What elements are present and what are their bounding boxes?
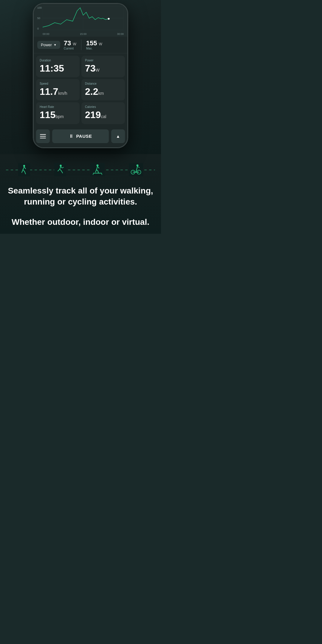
up-button[interactable]: ▲ bbox=[111, 129, 125, 143]
stat-label-duration: Duration bbox=[40, 59, 76, 62]
stat-value-power: 73W bbox=[85, 63, 121, 74]
svg-line-13 bbox=[24, 168, 25, 168]
bottom-bar: ⏸ PAUSE ▲ bbox=[34, 126, 127, 147]
stat-card-distance: Distance 2.2km bbox=[81, 79, 125, 100]
current-power-stat: 73 W Current bbox=[64, 40, 76, 50]
svg-line-20 bbox=[62, 167, 64, 168]
max-power-stat: 155 W Max. bbox=[86, 40, 102, 50]
running-icon bbox=[54, 163, 66, 176]
stat-label-heartrate: Heart Rate bbox=[40, 105, 76, 109]
chart-area: 100 50 0 00:0 bbox=[34, 4, 127, 37]
svg-line-8 bbox=[23, 167, 24, 170]
activities-section: Seamlessly track all of your walking, ru… bbox=[0, 154, 161, 234]
svg-line-16 bbox=[58, 169, 60, 171]
chart-x-labels: 00:00 15:00 30:00 bbox=[43, 32, 124, 35]
current-power-label: Current bbox=[64, 47, 76, 50]
stat-value-distance: 2.2km bbox=[85, 86, 121, 97]
menu-button[interactable] bbox=[36, 129, 50, 143]
stat-card-calories: Calories 219cal bbox=[81, 102, 125, 124]
chart-x-label-end: 30:00 bbox=[117, 32, 124, 35]
chart-x-label-mid: 15:00 bbox=[80, 32, 87, 35]
stat-value-calories: 219cal bbox=[85, 110, 121, 120]
cycling-icon bbox=[129, 163, 143, 176]
menu-line-3 bbox=[40, 138, 46, 138]
svg-line-23 bbox=[95, 170, 96, 172]
pause-button[interactable]: ⏸ PAUSE bbox=[52, 129, 109, 143]
headline-text: Seamlessly track all of your walking, ru… bbox=[6, 185, 155, 208]
svg-line-18 bbox=[61, 171, 63, 173]
max-power-value: 155 W bbox=[86, 40, 102, 47]
up-arrow-icon: ▲ bbox=[116, 134, 120, 139]
power-selector-label: Power bbox=[41, 43, 52, 47]
sub-headline-text: Whether outdoor, indoor or virtual. bbox=[6, 216, 155, 228]
svg-line-15 bbox=[60, 166, 61, 169]
menu-line-2 bbox=[40, 136, 46, 137]
stat-label-power: Power bbox=[85, 59, 121, 62]
stat-label-calories: Calories bbox=[85, 105, 121, 109]
stat-value-duration: 11:35 bbox=[40, 63, 76, 74]
chart-x-label-start: 00:00 bbox=[43, 32, 49, 35]
stat-value-speed: 11.7km/h bbox=[40, 86, 76, 97]
stat-card-speed: Speed 11.7km/h bbox=[36, 79, 80, 100]
max-power-label: Max. bbox=[86, 47, 102, 50]
power-stat-divider bbox=[81, 40, 81, 50]
svg-point-6 bbox=[108, 18, 110, 20]
stat-label-speed: Speed bbox=[40, 82, 76, 85]
phone-section: 100 50 0 00:0 bbox=[0, 0, 161, 154]
svg-line-9 bbox=[22, 170, 23, 173]
phone-inner: 100 50 0 00:0 bbox=[34, 4, 127, 147]
phone-frame: 100 50 0 00:0 bbox=[33, 3, 128, 148]
svg-line-19 bbox=[61, 166, 62, 168]
svg-line-10 bbox=[23, 170, 25, 171]
svg-line-36 bbox=[137, 166, 140, 168]
menu-line-1 bbox=[40, 134, 46, 135]
stat-label-distance: Distance bbox=[85, 82, 121, 85]
chart-y-labels: 100 50 0 bbox=[37, 6, 42, 30]
walking-icon bbox=[18, 163, 30, 176]
pause-icon: ⏸ bbox=[69, 134, 74, 139]
stat-value-heartrate: 115bpm bbox=[40, 110, 76, 120]
svg-line-29 bbox=[97, 166, 99, 168]
pause-label: PAUSE bbox=[76, 134, 92, 139]
stats-grid: Duration 11:35 Power 73W Speed 11.7km/h bbox=[34, 53, 127, 126]
chart-y-label-0: 0 bbox=[37, 27, 42, 30]
svg-line-11 bbox=[24, 171, 25, 174]
chart-y-label-50: 50 bbox=[37, 17, 42, 20]
chart-y-label-100: 100 bbox=[37, 6, 42, 9]
stat-card-power: Power 73W bbox=[81, 56, 125, 77]
svg-line-24 bbox=[96, 170, 98, 171]
treadmill-icon bbox=[90, 163, 105, 176]
svg-line-22 bbox=[96, 166, 97, 170]
chevron-down-icon: ▼ bbox=[54, 43, 57, 47]
stat-card-heartrate: Heart Rate 115bpm bbox=[36, 102, 80, 124]
chart-svg bbox=[43, 6, 124, 30]
stat-card-duration: Duration 11:35 bbox=[36, 56, 80, 77]
power-row: Power ▼ 73 W Current 155 W bbox=[34, 37, 127, 53]
power-stats: 73 W Current 155 W Max. bbox=[64, 40, 102, 50]
svg-line-27 bbox=[93, 173, 94, 174]
svg-line-17 bbox=[60, 169, 61, 171]
activity-icons-row bbox=[6, 163, 155, 176]
power-selector[interactable]: Power ▼ bbox=[37, 41, 60, 49]
svg-line-28 bbox=[101, 173, 102, 174]
current-power-value: 73 W bbox=[64, 40, 76, 47]
